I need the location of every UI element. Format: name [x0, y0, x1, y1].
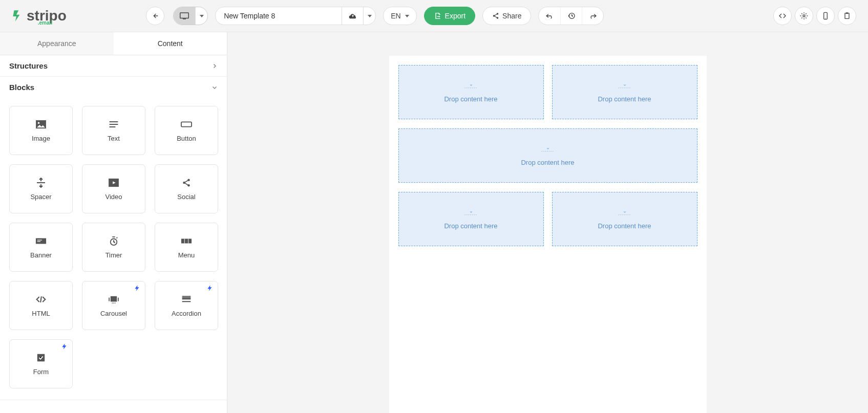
block-form[interactable]: Form — [9, 339, 73, 388]
svg-rect-10 — [846, 12, 848, 14]
drop-text: Drop content here — [444, 95, 497, 103]
banner-icon — [35, 237, 47, 245]
stripo-mark-icon — [10, 9, 24, 23]
sidebar: Appearance Content Structures Blocks Ima… — [0, 32, 227, 413]
svg-rect-20 — [36, 238, 46, 244]
export-label: Export — [445, 12, 465, 20]
drop-zone[interactable]: Drop content here — [398, 128, 697, 183]
block-label: Social — [177, 193, 195, 201]
block-label: Accordion — [172, 310, 201, 317]
svg-rect-15 — [109, 178, 119, 180]
structure-row: Drop content here Drop content here — [398, 192, 697, 246]
drop-placeholder-icon — [464, 82, 478, 91]
block-carousel[interactable]: Carousel — [82, 281, 145, 330]
section-blocks: Blocks Image Text Button Spac — [0, 77, 227, 400]
desktop-view-button[interactable] — [174, 7, 195, 25]
undo-button[interactable] — [539, 7, 560, 25]
drop-text: Drop content here — [521, 159, 574, 166]
template-name-input[interactable] — [216, 7, 342, 25]
block-text[interactable]: Text — [82, 106, 145, 155]
history-button[interactable] — [560, 7, 582, 25]
block-menu[interactable]: Menu — [155, 223, 218, 272]
block-label: Banner — [30, 251, 52, 259]
drop-zone[interactable]: Drop content here — [552, 65, 697, 119]
editor-canvas: Drop content here Drop content here Drop… — [227, 32, 868, 413]
cloud-upload-icon — [348, 12, 357, 19]
amp-bolt-icon — [206, 285, 214, 292]
svg-point-12 — [38, 122, 40, 124]
block-spacer[interactable]: Spacer — [9, 164, 73, 213]
structure-row: Drop content here Drop content here — [398, 65, 697, 119]
tab-content[interactable]: Content — [114, 32, 227, 55]
mobile-icon — [821, 12, 830, 20]
drop-zone[interactable]: Drop content here — [398, 192, 544, 246]
block-label: Image — [32, 135, 50, 142]
share-button[interactable]: Share — [482, 7, 531, 25]
svg-rect-1 — [183, 18, 186, 19]
settings-button[interactable] — [795, 7, 813, 25]
redo-button[interactable] — [582, 7, 603, 25]
block-button[interactable]: Button — [155, 106, 218, 155]
clipboard-button[interactable] — [838, 7, 856, 25]
structures-toggle[interactable]: Structures — [0, 55, 227, 76]
share-icon — [492, 12, 499, 19]
drop-text: Drop content here — [598, 222, 651, 230]
clipboard-icon — [843, 12, 851, 20]
code-view-button[interactable] — [773, 7, 792, 25]
svg-rect-23 — [111, 296, 117, 301]
svg-point-26 — [115, 302, 116, 303]
tab-appearance[interactable]: Appearance — [0, 32, 114, 55]
chevron-right-icon — [211, 63, 218, 69]
chevron-down-icon — [211, 84, 218, 91]
language-button[interactable]: EN — [383, 7, 416, 25]
drop-placeholder-icon — [618, 209, 632, 218]
redo-icon — [589, 12, 597, 19]
svg-rect-0 — [180, 13, 189, 18]
svg-point-6 — [803, 15, 805, 17]
block-image[interactable]: Image — [9, 106, 73, 155]
block-label: Text — [108, 135, 120, 142]
history-group — [538, 7, 604, 25]
arrow-left-icon — [151, 12, 159, 20]
mobile-preview-button[interactable] — [816, 7, 835, 25]
block-social[interactable]: Social — [155, 164, 218, 213]
form-icon — [36, 353, 46, 362]
history-icon — [567, 12, 576, 20]
device-dropdown-button[interactable] — [195, 7, 207, 25]
brand-sub: .email — [38, 20, 52, 26]
block-video[interactable]: Video — [82, 164, 145, 213]
chevron-down-icon — [405, 15, 409, 17]
amp-bolt-icon — [134, 285, 141, 292]
desktop-icon — [180, 12, 189, 19]
drop-placeholder-icon — [541, 145, 555, 155]
block-accordion[interactable]: Accordion — [155, 281, 218, 330]
block-timer[interactable]: Timer — [82, 223, 145, 272]
drop-zone[interactable]: Drop content here — [552, 192, 697, 246]
button-icon — [181, 121, 192, 127]
gear-icon — [800, 12, 808, 20]
amp-bolt-icon — [61, 343, 68, 350]
block-label: Video — [105, 193, 122, 201]
blocks-toggle[interactable]: Blocks — [0, 77, 227, 98]
cloud-save-button[interactable] — [342, 7, 363, 25]
chevron-down-icon — [200, 15, 204, 17]
section-structures: Structures — [0, 55, 227, 77]
carousel-icon — [108, 295, 119, 303]
block-banner[interactable]: Banner — [9, 223, 73, 272]
block-html[interactable]: HTML — [9, 281, 73, 330]
video-icon — [108, 178, 119, 187]
export-button[interactable]: Export — [424, 7, 475, 25]
block-label: Timer — [105, 251, 122, 259]
toolbar: stripo .email EN Export — [0, 0, 868, 32]
drop-placeholder-icon — [618, 82, 632, 91]
accordion-icon — [181, 295, 192, 304]
svg-rect-22 — [181, 238, 192, 243]
drop-zone[interactable]: Drop content here — [398, 65, 544, 119]
spacer-icon — [36, 178, 46, 188]
structure-row: Drop content here — [398, 128, 697, 183]
save-dropdown-button[interactable] — [363, 7, 375, 25]
svg-rect-9 — [845, 13, 849, 19]
back-button[interactable] — [146, 7, 164, 25]
svg-point-8 — [825, 18, 825, 18]
main: Appearance Content Structures Blocks Ima… — [0, 32, 868, 413]
